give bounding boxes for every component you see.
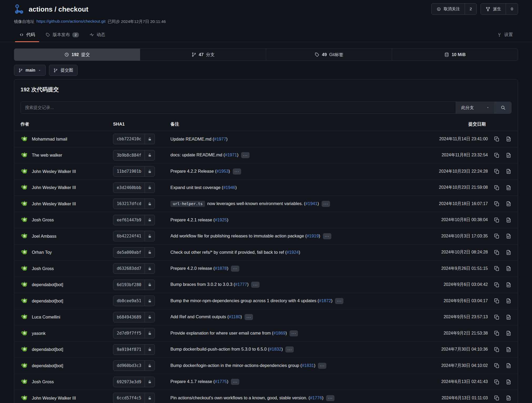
expand-commit-body-button[interactable]: ··· — [245, 314, 253, 320]
sha-badge[interactable]: eef61447b9 — [113, 215, 155, 225]
copy-sha-button[interactable] — [494, 330, 500, 336]
sha-badge[interactable]: de5a000abf — [113, 247, 155, 258]
sha-badge[interactable]: 692973e3d9 — [113, 377, 155, 387]
tab-releases[interactable]: 版本发布 2 — [40, 29, 84, 42]
browse-source-button[interactable] — [506, 233, 511, 239]
fork-button[interactable]: 派生 0 — [480, 3, 518, 15]
fork-count[interactable]: 0 — [506, 3, 518, 14]
stat-size[interactable]: 10 MiB — [392, 49, 518, 61]
copy-sha-button[interactable] — [494, 379, 500, 385]
browse-source-button[interactable] — [506, 282, 511, 288]
browse-source-button[interactable] — [506, 314, 511, 320]
pr-link[interactable]: #1946 — [223, 185, 235, 190]
commit-sha-cell: 2d7d9f7ff5 — [113, 328, 170, 339]
expand-commit-body-button[interactable]: ··· — [323, 233, 331, 239]
tab-settings[interactable]: 设置 — [492, 29, 518, 42]
copy-sha-button[interactable] — [494, 282, 500, 288]
pr-link[interactable]: #1777 — [235, 282, 247, 287]
copy-sha-button[interactable] — [494, 152, 500, 158]
expand-commit-body-button[interactable]: ··· — [231, 266, 239, 272]
browse-source-button[interactable] — [506, 330, 511, 336]
copy-sha-button[interactable] — [494, 201, 500, 207]
sha-badge[interactable]: 11bd71901b — [113, 166, 155, 177]
sha-badge[interactable]: d632683dd7 — [113, 263, 155, 274]
browse-source-button[interactable] — [506, 395, 511, 401]
sha-badge[interactable]: 6d193bf280 — [113, 280, 155, 290]
browse-source-button[interactable] — [506, 250, 511, 255]
sha-badge[interactable]: 3b9b8c884f — [113, 150, 155, 161]
copy-sha-button[interactable] — [494, 250, 500, 255]
browse-source-button[interactable] — [506, 136, 511, 142]
sha-badge[interactable]: dd960bd3c3 — [113, 360, 155, 371]
expand-commit-body-button[interactable]: ··· — [251, 282, 260, 288]
copy-sha-button[interactable] — [494, 233, 500, 239]
stat-commits[interactable]: 192 提交 — [14, 49, 140, 61]
browse-source-button[interactable] — [506, 201, 511, 207]
sha-badge[interactable]: 9a9194f871 — [113, 344, 155, 355]
pr-link[interactable]: #1971 — [225, 152, 237, 157]
sha-badge[interactable]: db0cee9a51 — [113, 296, 155, 306]
pr-link[interactable]: #1919 — [307, 233, 319, 238]
unwatch-button[interactable]: 取消关注 2 — [431, 3, 477, 15]
pr-link[interactable]: #1925 — [215, 217, 227, 222]
copy-sha-button[interactable] — [494, 395, 500, 401]
copy-sha-button[interactable] — [494, 347, 500, 352]
pr-link[interactable]: #1878 — [215, 266, 227, 271]
pr-link[interactable]: #1831 — [302, 363, 314, 368]
sha-badge[interactable]: b684943689 — [113, 312, 155, 322]
pr-link[interactable]: #1924 — [287, 250, 299, 255]
pr-link[interactable]: #1869 — [273, 331, 286, 335]
copy-sha-button[interactable] — [494, 363, 500, 369]
commit-search-input[interactable] — [21, 102, 456, 113]
watch-count[interactable]: 2 — [465, 3, 477, 14]
expand-commit-body-button[interactable]: ··· — [326, 395, 335, 401]
browse-source-button[interactable] — [506, 168, 511, 174]
stat-branches[interactable]: 47 分支 — [140, 49, 266, 61]
expand-commit-body-button[interactable]: ··· — [290, 330, 298, 336]
mirror-url-link[interactable]: https://github.com/actions/checkout.git — [37, 19, 106, 24]
copy-sha-button[interactable] — [494, 185, 500, 191]
sha-badge[interactable]: e3d2460bbb — [113, 182, 155, 193]
expand-commit-body-button[interactable]: ··· — [285, 346, 294, 352]
tab-code[interactable]: 代码 — [14, 29, 40, 42]
copy-sha-button[interactable] — [494, 136, 500, 142]
browse-source-button[interactable] — [506, 347, 511, 352]
copy-sha-button[interactable] — [494, 266, 500, 271]
copy-sha-button[interactable] — [494, 314, 500, 320]
expand-commit-body-button[interactable]: ··· — [231, 379, 239, 385]
pr-link[interactable]: #1832 — [269, 347, 281, 351]
search-submit-button[interactable] — [494, 102, 511, 113]
sha-badge[interactable]: 6b42224f41 — [113, 231, 155, 241]
browse-source-button[interactable] — [506, 298, 511, 304]
pr-link[interactable]: #1872 — [319, 298, 331, 303]
expand-commit-body-button[interactable]: ··· — [318, 363, 326, 369]
sha-badge[interactable]: cbb722410c — [113, 134, 155, 144]
tab-activity[interactable]: 动态 — [84, 29, 110, 42]
branch-filter-dropdown[interactable]: 此分支 — [456, 102, 494, 113]
stat-tags[interactable]: 49 Git标签 — [266, 49, 392, 61]
expand-commit-body-button[interactable]: ··· — [322, 201, 330, 207]
expand-commit-body-button[interactable]: ··· — [233, 168, 241, 175]
copy-sha-button[interactable] — [494, 298, 500, 304]
copy-sha-button[interactable] — [494, 168, 500, 174]
pr-link[interactable]: #1977 — [214, 137, 226, 141]
copy-sha-button[interactable] — [494, 217, 500, 223]
browse-source-button[interactable] — [506, 266, 511, 271]
browse-source-button[interactable] — [506, 363, 511, 369]
pr-link[interactable]: #1180 — [229, 314, 241, 319]
pr-link[interactable]: #1775 — [215, 379, 227, 384]
expand-commit-body-button[interactable]: ··· — [241, 152, 250, 158]
sha-badge[interactable]: 163217dfcd — [113, 198, 155, 209]
pr-link[interactable]: #1941 — [305, 201, 317, 206]
browse-source-button[interactable] — [506, 152, 511, 158]
sha-badge[interactable]: 6ccd57f4c5 — [113, 393, 155, 403]
browse-source-button[interactable] — [506, 379, 511, 385]
sha-badge[interactable]: 2d7d9f7ff5 — [113, 328, 155, 339]
pr-link[interactable]: #1776 — [310, 395, 322, 400]
commit-graph-button[interactable]: 提交图 — [49, 65, 78, 76]
browse-source-button[interactable] — [506, 217, 511, 223]
branch-selector[interactable]: main — [14, 65, 46, 76]
expand-commit-body-button[interactable]: ··· — [335, 298, 343, 304]
pr-link[interactable]: #1953 — [216, 169, 229, 173]
browse-source-button[interactable] — [506, 185, 511, 191]
